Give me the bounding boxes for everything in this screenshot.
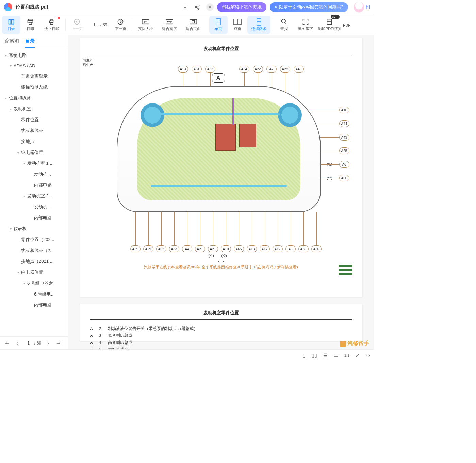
callout-lead xyxy=(299,73,299,96)
svg-text:1:1: 1:1 xyxy=(144,21,148,24)
outline-item[interactable]: 内部电路 xyxy=(0,300,68,310)
tool-catalog[interactable]: 目录 xyxy=(2,16,20,34)
outline-item[interactable]: 零件位置（202... xyxy=(0,234,68,245)
sidebar: 缩略图 目录 ▾系统电路▾ADAS / AD车道偏离警示碰撞预测系统▾位置和线路… xyxy=(0,35,68,349)
last-page-icon[interactable]: ⇥ xyxy=(55,340,62,347)
page-current-input[interactable] xyxy=(90,22,99,27)
outline-item[interactable]: 线束和线束 xyxy=(0,125,68,136)
close-suggestions-icon[interactable]: ✕ xyxy=(206,3,214,11)
ai-suggest-pill-1[interactable]: 帮我解读下我的梦境 xyxy=(217,2,266,12)
tool-single-page[interactable]: 单页 xyxy=(209,16,228,34)
outline-item[interactable]: ▾ADAS / AD xyxy=(0,61,68,71)
tab-outline[interactable]: 目录 xyxy=(25,38,35,48)
callout-label: A18 xyxy=(247,245,257,252)
wire-purple xyxy=(232,98,234,125)
assistant-avatar-icon[interactable] xyxy=(354,2,364,13)
svg-point-10 xyxy=(75,19,80,25)
tool-screenshot-ocr[interactable]: 截图识字 xyxy=(294,16,317,34)
outline-item[interactable]: 6 号继电... xyxy=(0,289,68,300)
star-note: (*2) xyxy=(327,176,332,180)
download-icon[interactable] xyxy=(182,4,188,11)
outline-item[interactable]: 零件位置 xyxy=(0,114,68,125)
tool-fit-page[interactable]: 适合页面 xyxy=(182,16,205,34)
outline-item[interactable]: 发动机... xyxy=(0,169,68,180)
outline-item[interactable]: 内部电路 xyxy=(0,180,68,191)
view-continuous-icon[interactable]: ☰ xyxy=(323,353,328,358)
hose xyxy=(158,113,280,115)
outline-item-label: 继电器位置 xyxy=(21,149,43,156)
outline-item[interactable]: ▾发动机室 xyxy=(0,103,68,114)
ai-suggest-pill-2[interactable]: 可以基于文档内容回答我的问题吗? xyxy=(270,2,348,12)
chevron-down-icon: ▾ xyxy=(15,151,21,155)
callout-lead xyxy=(187,212,187,245)
view-read-icon[interactable]: ▭ xyxy=(334,353,338,358)
callout-lead xyxy=(213,212,213,245)
search-icon xyxy=(281,18,288,26)
outline-item[interactable]: ▾系统电路 xyxy=(0,50,68,61)
tool-double-page[interactable]: 双页 xyxy=(228,16,247,34)
callout-label: A44 xyxy=(339,120,349,127)
outline-item[interactable]: 线束和线束（2... xyxy=(0,245,68,256)
svg-point-22 xyxy=(282,19,286,23)
view-double-icon[interactable]: ▯▯ xyxy=(312,353,317,358)
callout-lead xyxy=(303,212,304,245)
tool-print[interactable]: 打印 xyxy=(21,16,39,34)
tool-find[interactable]: 查找 xyxy=(275,16,293,34)
page-total: 69 xyxy=(103,22,107,27)
outline-item-label: 继电器位置 xyxy=(21,269,43,275)
outline-item[interactable]: 接地点（2021 ... xyxy=(0,256,68,267)
chevron-down-icon: ▾ xyxy=(7,107,14,111)
outline-item[interactable]: ▾发动机室 2 ... xyxy=(0,191,68,202)
sidebar-page-input[interactable] xyxy=(24,341,33,346)
tool-actual-size[interactable]: 1:1 实际大小 xyxy=(134,16,157,34)
view-fit-icon[interactable]: ⤢ xyxy=(356,353,360,358)
outline-item[interactable]: 碰撞预测系统 xyxy=(0,82,68,93)
tool-scan-recognize[interactable]: SVIP 影印PDF识别 xyxy=(318,16,341,34)
chevron-down-icon: ▾ xyxy=(21,194,27,198)
page-title: 发动机室零件位置 xyxy=(89,46,353,52)
outline-item-label: 系统电路 xyxy=(9,52,27,59)
outline-item[interactable]: 发动机... xyxy=(0,202,68,212)
tool-next-page[interactable]: 下一页 xyxy=(111,16,130,34)
callout-label: A34 xyxy=(239,66,249,73)
outline-item[interactable]: ▾位置和线路 xyxy=(0,93,68,103)
callout-label: A22 xyxy=(253,66,263,73)
outline-item-label: 发动机... xyxy=(34,171,51,177)
svg-rect-15 xyxy=(190,20,197,24)
outline-item[interactable]: 接地点 xyxy=(0,136,68,147)
outline-item[interactable]: 内部电路 xyxy=(0,212,68,223)
outline-item[interactable]: 车道偏离警示 xyxy=(0,71,68,82)
chevron-down-icon: ▾ xyxy=(3,96,9,100)
tool-continuous[interactable]: 连续阅读 xyxy=(247,16,270,34)
view-width-icon[interactable]: ⇔ xyxy=(366,353,370,358)
callout-label: A3 xyxy=(285,245,296,252)
callout-label: A65 xyxy=(234,245,244,252)
table-row: A3低音喇叭总成 xyxy=(90,332,352,339)
footer-note: 汽修帮手在线资料查看会员88/年 全车系线路图维修查询手册 扫码左侧码码了解详情… xyxy=(89,265,353,270)
share-icon[interactable] xyxy=(194,4,201,11)
callout-label: A33 xyxy=(169,245,179,252)
crop-ocr-icon xyxy=(302,18,309,26)
tool-prev-page: 上一页 xyxy=(68,16,86,34)
file-name: 位置和线路.pdf xyxy=(16,4,48,10)
tool-online-print[interactable]: 线上打印 xyxy=(40,16,63,34)
pdf-viewer[interactable]: 发动机室零件位置 前生产 后生产 A13A61A32A34A22A2A28A45… xyxy=(68,35,374,349)
svg-rect-21 xyxy=(257,22,261,25)
outline-item[interactable]: ▾发动机室 1 ... xyxy=(0,158,68,169)
tool-fit-width[interactable]: 适合宽度 xyxy=(158,16,181,34)
next-page-icon[interactable]: › xyxy=(46,340,50,347)
view-ratio-icon[interactable]: 1:1 xyxy=(344,353,349,357)
tool-pdf-more[interactable]: PDF xyxy=(342,16,352,34)
tab-thumbnail[interactable]: 缩略图 xyxy=(5,38,19,48)
outline-item[interactable]: ▾继电器位置 xyxy=(0,147,68,158)
first-page-icon[interactable]: ⇤ xyxy=(3,340,10,347)
outline-item[interactable]: ▾继电器位置 xyxy=(0,267,68,278)
outline-item[interactable]: ▾6 号继电器盒 xyxy=(0,278,68,289)
prev-page-icon[interactable]: ‹ xyxy=(15,340,19,347)
callout-label: A61 xyxy=(192,66,202,73)
outline-item[interactable]: ▾仪表板 xyxy=(0,223,68,234)
print-icon xyxy=(27,18,34,26)
svg-rect-16 xyxy=(192,20,194,23)
fit-page-icon xyxy=(190,18,197,26)
view-single-icon[interactable]: ▯ xyxy=(303,353,306,358)
